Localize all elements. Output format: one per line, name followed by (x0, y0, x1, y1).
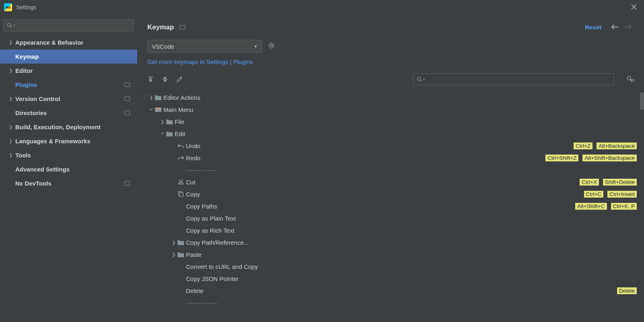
scope-badge-icon (124, 181, 130, 186)
find-by-shortcut-button[interactable] (626, 75, 634, 84)
tree-row[interactable]: Copy as Plain Text (147, 212, 638, 224)
tree-row[interactable]: ------------- (147, 297, 638, 309)
tree-row-label: Copy (186, 191, 584, 198)
search-icon (417, 76, 422, 82)
folder-icon (177, 252, 184, 257)
sidebar-item-build-execution-deployment[interactable]: ❯Build, Execution, Deployment (0, 120, 137, 134)
tree-row-label: Paste (186, 251, 638, 258)
copy-icon (177, 191, 184, 197)
sidebar-item-editor[interactable]: ❯Editor (0, 64, 137, 78)
tree-row[interactable]: ❯File (147, 116, 638, 128)
menu-icon (155, 107, 162, 112)
shortcut-badge: Delete (617, 287, 637, 294)
settings-main: Keymap Reset VSCode ▼ Get more keymaps i… (138, 14, 644, 322)
tree-row-label: ------------- (186, 299, 638, 306)
tree-row-label: Undo (186, 142, 574, 149)
sidebar-search[interactable]: ▾ (3, 19, 134, 31)
sidebar-item-advanced-settings[interactable]: Advanced Settings (0, 162, 137, 176)
sidebar-item-appearance-behavior[interactable]: ❯Appearance & Behavior (0, 35, 137, 50)
sidebar-item-label: Tools (15, 152, 133, 159)
close-button[interactable] (628, 2, 640, 13)
tree-row-label: Editor Actions (163, 94, 638, 101)
sidebar-item-label: Build, Execution, Deployment (15, 124, 133, 130)
shortcut-badge: Ctrl+Shift+Z (545, 155, 578, 161)
shortcut-badge: Ctrl+X (580, 179, 599, 186)
reset-button[interactable]: Reset (585, 24, 601, 31)
tree-row[interactable]: CutCtrl+XShift+Delete (147, 176, 638, 188)
sidebar-item-directories[interactable]: Directories (0, 106, 137, 120)
chevron-right-icon: ❯ (7, 124, 14, 130)
sidebar-item-version-control[interactable]: ❯Version Control (0, 92, 137, 106)
tree-row-label: Cut (186, 179, 580, 186)
tree-row[interactable]: CopyCtrl+CCtrl+Insert (147, 188, 638, 200)
sidebar-search-input[interactable] (17, 23, 130, 29)
tree-row-label: Copy as Plain Text (186, 215, 638, 222)
tree-row[interactable]: ⌄Main Menu (147, 103, 638, 116)
expand-all-button[interactable] (147, 76, 154, 83)
actions-search[interactable]: ▾ (413, 73, 614, 85)
tree-row[interactable]: Copy JSON Pointer (147, 272, 638, 285)
actions-search-input[interactable] (427, 76, 611, 83)
tree-row[interactable]: Copy PathsAlt+Shift+CCtrl+K, P (147, 200, 638, 212)
tree-row-label: File (175, 118, 638, 125)
folder-icon (166, 119, 173, 124)
tree-row[interactable]: DeleteDelete (147, 285, 638, 297)
svg-rect-8 (157, 109, 159, 110)
tree-row-label: Delete (186, 287, 617, 294)
sidebar-item-label: Appearance & Behavior (15, 39, 133, 46)
editor-icon (155, 95, 162, 100)
chevron-down-icon[interactable]: ⌄ (147, 103, 155, 112)
chevron-right-icon[interactable]: ❯ (170, 252, 177, 257)
search-icon (7, 23, 12, 28)
chevron-right-icon[interactable]: ❯ (159, 119, 166, 124)
nav-forward-button[interactable] (624, 23, 632, 32)
shortcut-list: Alt+Shift+CCtrl+K, P (575, 203, 638, 210)
chevron-right-icon: ❯ (7, 153, 14, 158)
expand-all-icon (147, 76, 154, 83)
sidebar-item-languages-frameworks[interactable]: ❯Languages & Frameworks (0, 134, 137, 148)
scope-badge-icon (124, 83, 130, 87)
sidebar-item-keymap[interactable]: Keymap (0, 50, 137, 64)
shortcut-list: Delete (617, 287, 638, 294)
keymap-actions-bar: ▾ (138, 71, 644, 91)
keymap-tree[interactable]: ❯Editor Actions⌄Main Menu❯File⌄EditUndoC… (138, 91, 644, 322)
tree-row[interactable]: Copy as Rich Text (147, 224, 638, 236)
more-keymaps-link[interactable]: Get more keymaps in Settings | Plugins (138, 57, 644, 71)
svg-point-10 (178, 183, 180, 184)
tree-row-label: Copy Paths (186, 203, 575, 210)
tree-row[interactable]: Convert to cURL and Copy (147, 260, 638, 272)
edit-shortcut-button[interactable] (176, 76, 183, 83)
chevron-right-icon[interactable]: ❯ (170, 240, 177, 245)
keymap-profile-select[interactable]: VSCode ▼ (147, 40, 262, 53)
chevron-down-icon[interactable]: ⌄ (159, 128, 166, 136)
tree-row[interactable]: ⌄Edit (147, 128, 638, 140)
sidebar-item-plugins[interactable]: Plugins (0, 78, 137, 92)
shortcut-badge: Alt+Shift+Backspace (582, 155, 637, 161)
redo-icon (177, 155, 184, 160)
keymap-settings-button[interactable] (268, 42, 275, 51)
page-title: Keymap (147, 23, 174, 31)
search-dropdown-caret: ▾ (423, 77, 425, 81)
nav-back-button[interactable] (611, 23, 619, 32)
sidebar-item-nx-devtools[interactable]: Nx DevTools (0, 176, 137, 190)
tree-row[interactable]: ❯Editor Actions (147, 91, 638, 103)
scrollbar-thumb[interactable] (640, 92, 644, 110)
arrow-left-icon (611, 24, 619, 30)
tree-row[interactable]: ❯Copy Path/Reference... (147, 236, 638, 248)
keymap-toolbar: VSCode ▼ (138, 37, 644, 57)
main-header: Keymap Reset (138, 14, 644, 37)
tree-row[interactable]: RedoCtrl+Shift+ZAlt+Shift+Backspace (147, 152, 638, 164)
collapse-all-button[interactable] (162, 76, 168, 83)
tree-row-label: Copy JSON Pointer (186, 275, 638, 282)
tree-row[interactable]: UndoCtrl+ZAlt+Backspace (147, 140, 638, 152)
tree-row[interactable]: ❯Paste (147, 248, 638, 260)
svg-point-2 (417, 77, 421, 80)
sidebar-item-label: Keymap (15, 53, 133, 60)
find-shortcut-icon (626, 75, 634, 83)
shortcut-list: Ctrl+XShift+Delete (580, 179, 638, 186)
sidebar-item-label: Version Control (15, 95, 124, 102)
svg-point-0 (8, 23, 11, 27)
tree-row[interactable]: ------------- (147, 164, 638, 176)
chevron-right-icon[interactable]: ❯ (147, 95, 155, 100)
sidebar-item-tools[interactable]: ❯Tools (0, 148, 137, 162)
